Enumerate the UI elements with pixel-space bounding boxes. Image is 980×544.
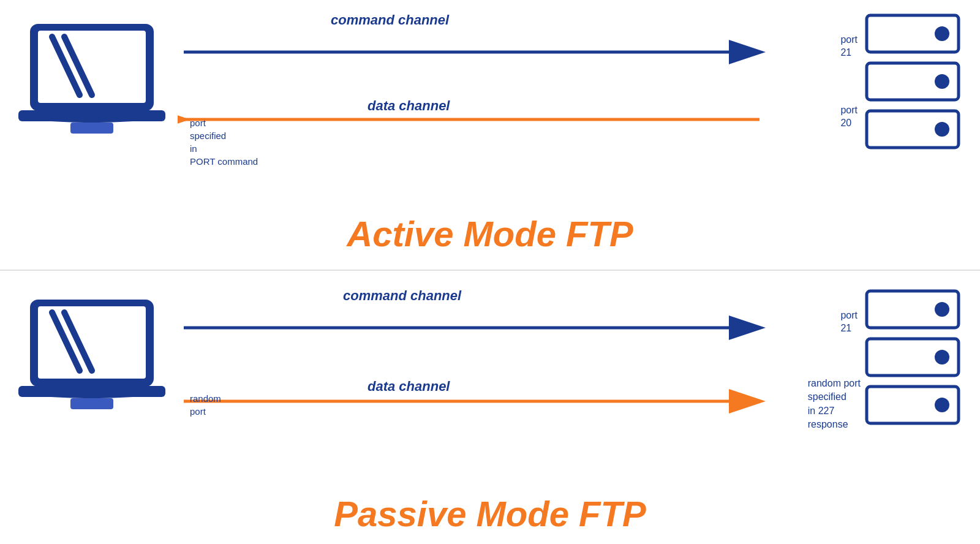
svg-rect-23	[70, 398, 113, 409]
active-command-label: command channel	[331, 12, 449, 28]
active-client-laptop	[18, 18, 165, 156]
active-command-arrow	[178, 34, 790, 70]
passive-command-port: port 21	[840, 309, 858, 335]
svg-rect-5	[18, 110, 165, 121]
passive-random-port-server: random port specified in 227 response	[808, 377, 861, 432]
passive-random-port-client: random port	[190, 392, 221, 418]
svg-rect-6	[70, 123, 113, 134]
svg-rect-22	[18, 386, 165, 397]
svg-point-12	[935, 122, 949, 137]
passive-client-laptop	[18, 294, 165, 431]
active-server	[864, 12, 962, 156]
svg-point-29	[935, 398, 949, 412]
active-data-label: data channel	[368, 98, 450, 114]
active-data-port: port 20	[840, 104, 858, 130]
active-client-port-note: port specified in PORT command	[190, 116, 258, 168]
active-command-port: port 21	[840, 34, 858, 59]
passive-data-arrow	[178, 383, 790, 420]
svg-point-25	[935, 302, 949, 317]
section-divider	[0, 270, 980, 271]
passive-command-arrow	[178, 309, 790, 346]
active-mode-title: Active Mode FTP	[0, 213, 980, 254]
svg-point-27	[935, 350, 949, 365]
passive-server	[864, 288, 962, 431]
svg-point-10	[935, 74, 949, 89]
svg-point-8	[935, 26, 949, 41]
active-mode-section: command channel port 21 data channel por…	[0, 0, 980, 263]
passive-command-label: command channel	[343, 288, 461, 304]
passive-data-label: data channel	[368, 379, 450, 395]
active-data-arrow	[178, 101, 790, 138]
passive-mode-section: command channel port 21 data channel ran…	[0, 276, 980, 539]
passive-mode-title: Passive Mode FTP	[0, 493, 980, 534]
